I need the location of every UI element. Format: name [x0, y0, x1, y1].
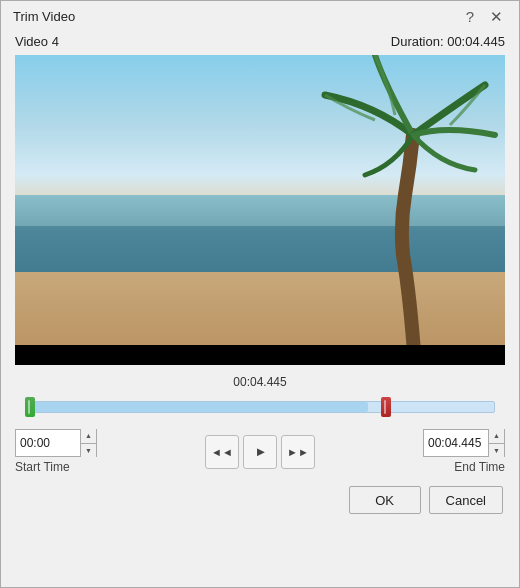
- end-time-spinners: ▲ ▼: [488, 429, 504, 457]
- trim-video-dialog: Trim Video ? ✕ Video 4 Duration: 00:04.4…: [0, 0, 520, 588]
- end-time-input-wrap: ▲ ▼: [423, 429, 505, 457]
- rewind-button[interactable]: ◄◄: [205, 435, 239, 469]
- dialog-content: Video 4 Duration: 00:04.445: [1, 28, 519, 587]
- forward-icon: ►►: [287, 446, 309, 458]
- video-info-row: Video 4 Duration: 00:04.445: [15, 34, 505, 49]
- rewind-icon: ◄◄: [211, 446, 233, 458]
- start-time-input[interactable]: [16, 430, 80, 456]
- playback-controls: ◄◄ ► ►►: [205, 435, 315, 469]
- track-background: [25, 401, 495, 413]
- close-button[interactable]: ✕: [486, 9, 507, 24]
- help-button[interactable]: ?: [462, 9, 478, 24]
- cancel-button[interactable]: Cancel: [429, 486, 503, 514]
- play-icon: ►: [255, 444, 268, 459]
- forward-button[interactable]: ►►: [281, 435, 315, 469]
- timeline-track[interactable]: [15, 393, 505, 421]
- timecode-display: 00:04.445: [15, 375, 505, 389]
- title-bar-controls: ? ✕: [462, 9, 507, 24]
- start-time-input-wrap: ▲ ▼: [15, 429, 97, 457]
- end-time-group: ▲ ▼ End Time: [423, 429, 505, 474]
- start-time-up[interactable]: ▲: [81, 429, 96, 443]
- end-time-up[interactable]: ▲: [489, 429, 504, 443]
- bottom-buttons: OK Cancel: [15, 486, 505, 514]
- end-time-input[interactable]: [424, 430, 488, 456]
- video-preview: [15, 55, 505, 365]
- ok-button[interactable]: OK: [349, 486, 421, 514]
- palm-tree-overlay: [255, 55, 505, 365]
- black-bar-bottom: [15, 345, 505, 365]
- start-time-spinners: ▲ ▼: [80, 429, 96, 457]
- start-time-down[interactable]: ▼: [81, 443, 96, 458]
- start-time-group: ▲ ▼ Start Time: [15, 429, 97, 474]
- title-bar: Trim Video ? ✕: [1, 1, 519, 28]
- start-time-label: Start Time: [15, 460, 70, 474]
- timeline-section: 00:04.445: [15, 375, 505, 421]
- end-handle[interactable]: [381, 397, 391, 417]
- play-button[interactable]: ►: [243, 435, 277, 469]
- video-inner: [15, 55, 505, 365]
- end-time-down[interactable]: ▼: [489, 443, 504, 458]
- video-duration: Duration: 00:04.445: [391, 34, 505, 49]
- start-handle[interactable]: [25, 397, 35, 417]
- end-time-label: End Time: [454, 460, 505, 474]
- controls-row: ▲ ▼ Start Time ◄◄ ► ►►: [15, 429, 505, 474]
- dialog-title: Trim Video: [13, 9, 75, 24]
- video-name: Video 4: [15, 34, 59, 49]
- track-fill: [26, 402, 368, 412]
